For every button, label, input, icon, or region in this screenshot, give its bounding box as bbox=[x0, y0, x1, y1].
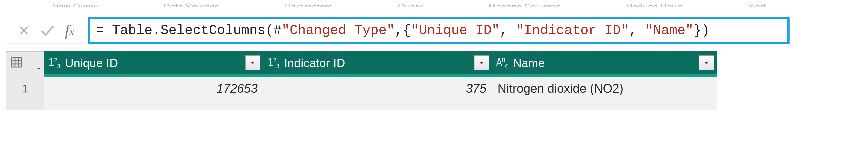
formula-text: ,{ bbox=[395, 23, 411, 38]
ribbon-label: Sort bbox=[749, 2, 766, 7]
column-filter-button[interactable] bbox=[474, 55, 489, 70]
fx-icon[interactable]: fx bbox=[65, 22, 74, 39]
cell-unique-id[interactable] bbox=[44, 100, 264, 110]
ribbon-label: Data Sources bbox=[163, 2, 219, 7]
data-table: 123 Unique ID 123 Indicator ID ABC Name bbox=[6, 51, 736, 110]
column-header-name[interactable]: ABC Name bbox=[492, 51, 717, 74]
formula-string: "Name" bbox=[645, 23, 693, 38]
cell-unique-id[interactable]: 172653 bbox=[44, 77, 264, 100]
ribbon-label: Query bbox=[398, 2, 423, 7]
column-filter-button[interactable] bbox=[245, 55, 260, 70]
formula-string: "Unique ID" bbox=[411, 23, 500, 38]
cancel-icon[interactable] bbox=[18, 24, 30, 37]
formula-text: }) bbox=[693, 23, 710, 38]
formula-text: , bbox=[629, 23, 645, 38]
cell-name[interactable]: Nitrogen dioxide (NO2) bbox=[492, 77, 717, 100]
table-row[interactable] bbox=[6, 100, 736, 110]
column-quality-bar bbox=[6, 74, 736, 77]
ribbon-label: Manage Columns bbox=[488, 2, 561, 7]
table-icon bbox=[10, 56, 23, 69]
number-type-icon: 123 bbox=[267, 56, 279, 69]
formula-text: = Table.SelectColumns(# bbox=[96, 23, 282, 38]
column-header-unique-id[interactable]: 123 Unique ID bbox=[44, 51, 264, 74]
formula-input[interactable]: = Table.SelectColumns(#"Changed Type",{"… bbox=[88, 17, 789, 44]
svg-rect-0 bbox=[11, 58, 22, 67]
formula-text: , bbox=[500, 23, 516, 38]
formula-string: "Changed Type" bbox=[282, 23, 395, 38]
table-header-row: 123 Unique ID 123 Indicator ID ABC Name bbox=[6, 51, 736, 74]
column-filter-button[interactable] bbox=[699, 55, 714, 70]
table-row[interactable]: 1 172653 375 Nitrogen dioxide (NO2) bbox=[6, 77, 736, 100]
row-number[interactable] bbox=[6, 100, 44, 110]
number-type-icon: 123 bbox=[48, 56, 60, 69]
formula-string: "Indicator ID" bbox=[516, 23, 629, 38]
text-type-icon: ABC bbox=[496, 56, 508, 69]
column-label: Indicator ID bbox=[284, 56, 345, 70]
cell-name[interactable] bbox=[492, 100, 717, 110]
confirm-icon[interactable] bbox=[40, 24, 55, 37]
cell-indicator-id[interactable]: 375 bbox=[264, 77, 492, 100]
column-header-indicator-id[interactable]: 123 Indicator ID bbox=[264, 51, 492, 74]
formula-bar: fx = Table.SelectColumns(#"Changed Type"… bbox=[6, 17, 862, 44]
cell-indicator-id[interactable] bbox=[264, 100, 492, 110]
formula-bar-buttons: fx bbox=[6, 17, 88, 44]
column-label: Name bbox=[513, 56, 545, 70]
ribbon-group-labels: New Query Data Sources Parameters Query … bbox=[6, 2, 862, 7]
row-number[interactable]: 1 bbox=[6, 77, 44, 100]
column-label: Unique ID bbox=[65, 56, 118, 70]
ribbon-label: Parameters bbox=[285, 2, 332, 7]
ribbon-label: Reduce Rows bbox=[626, 2, 683, 7]
ribbon-label: New Query bbox=[52, 2, 98, 7]
chevron-down-icon bbox=[36, 67, 41, 72]
select-all-corner[interactable] bbox=[6, 51, 44, 74]
